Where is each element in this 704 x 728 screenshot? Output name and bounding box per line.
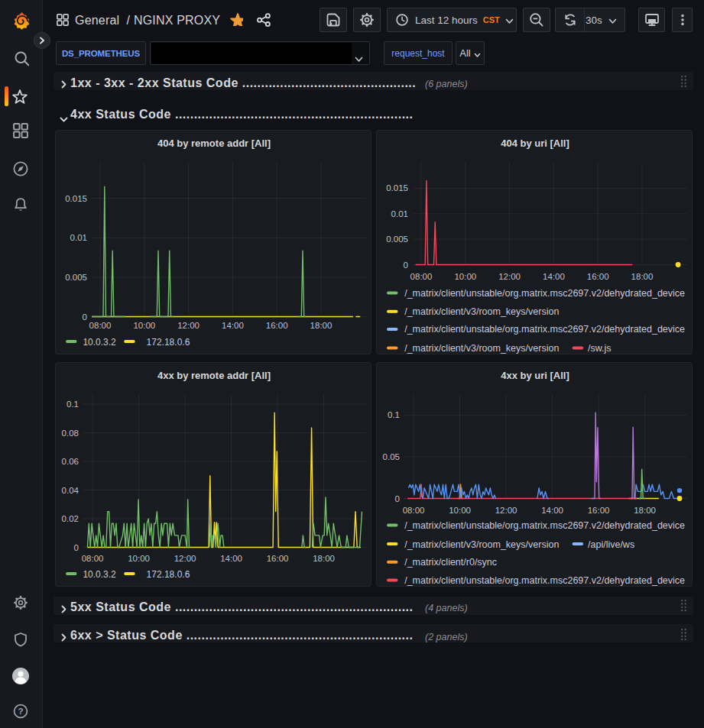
svg-text:14:00: 14:00 <box>541 506 563 515</box>
svg-text:12:00: 12:00 <box>177 321 200 330</box>
svg-text:12:00: 12:00 <box>495 506 517 515</box>
svg-text:16:00: 16:00 <box>588 506 610 515</box>
svg-text:0.01: 0.01 <box>70 233 87 242</box>
svg-text:0: 0 <box>74 543 79 552</box>
svg-text:0.015: 0.015 <box>386 183 408 193</box>
svg-text:/api/live/ws: /api/live/ws <box>588 539 634 550</box>
svg-text:0.005: 0.005 <box>65 273 87 282</box>
svg-text:/_matrix/client/unstable/org.m: /_matrix/client/unstable/org.matrix.msc2… <box>404 520 685 531</box>
svg-text:0.08: 0.08 <box>62 429 79 438</box>
svg-text:0.015: 0.015 <box>65 194 87 203</box>
svg-text:0.05: 0.05 <box>383 452 400 461</box>
svg-text:10.0.3.2: 10.0.3.2 <box>83 569 116 580</box>
svg-text:0: 0 <box>404 260 408 270</box>
svg-text:18:00: 18:00 <box>634 506 656 515</box>
svg-text:0.04: 0.04 <box>62 486 79 495</box>
svg-text:18:00: 18:00 <box>631 272 654 281</box>
svg-text:14:00: 14:00 <box>222 321 244 330</box>
svg-text:12:00: 12:00 <box>498 272 521 281</box>
svg-text:10:00: 10:00 <box>449 506 471 515</box>
svg-text:10:00: 10:00 <box>133 321 155 330</box>
svg-text:10.0.3.2: 10.0.3.2 <box>83 337 116 348</box>
svg-text:08:00: 08:00 <box>403 506 425 515</box>
svg-text:/_matrix/client/v3/room_keys/v: /_matrix/client/v3/room_keys/version <box>404 306 559 317</box>
svg-text:0.02: 0.02 <box>62 514 79 523</box>
svg-text:/_matrix/client/unstable/org.m: /_matrix/client/unstable/org.matrix.msc2… <box>404 324 685 335</box>
svg-text:0.005: 0.005 <box>386 235 408 244</box>
svg-text:/_matrix/client/r0/sync: /_matrix/client/r0/sync <box>404 557 497 568</box>
svg-text:0.06: 0.06 <box>62 457 79 466</box>
svg-text:172.18.0.6: 172.18.0.6 <box>147 337 190 348</box>
svg-text:08:00: 08:00 <box>82 554 104 563</box>
svg-text:14:00: 14:00 <box>220 554 242 563</box>
svg-text:10:00: 10:00 <box>454 272 476 281</box>
svg-text:10:00: 10:00 <box>128 554 150 563</box>
svg-text:08:00: 08:00 <box>89 321 112 330</box>
svg-text:4xx by remote addr [All]: 4xx by remote addr [All] <box>157 370 271 381</box>
svg-text:12:00: 12:00 <box>174 554 196 563</box>
svg-text:08:00: 08:00 <box>410 272 433 281</box>
svg-text:16:00: 16:00 <box>266 321 288 330</box>
svg-text:14:00: 14:00 <box>543 272 565 281</box>
svg-text:/_matrix/client/unstable/org.m: /_matrix/client/unstable/org.matrix.msc2… <box>404 575 685 586</box>
svg-text:0: 0 <box>83 312 87 322</box>
svg-text:0.1: 0.1 <box>388 410 400 419</box>
svg-text:/_matrix/client/v3/room_keys/v: /_matrix/client/v3/room_keys/version <box>404 539 559 550</box>
svg-text:0.01: 0.01 <box>391 209 408 218</box>
svg-text:18:00: 18:00 <box>310 321 333 330</box>
svg-text:16:00: 16:00 <box>587 272 609 281</box>
svg-text:0.1: 0.1 <box>67 400 79 409</box>
svg-text:172.18.0.6: 172.18.0.6 <box>147 569 190 580</box>
svg-text:404 by remote addr [All]: 404 by remote addr [All] <box>157 138 271 149</box>
svg-text:0: 0 <box>395 494 400 503</box>
svg-text:/sw.js: /sw.js <box>588 343 612 354</box>
svg-text:/_matrix/client/unstable/org.m: /_matrix/client/unstable/org.matrix.msc2… <box>404 288 685 299</box>
svg-text:16:00: 16:00 <box>267 554 289 563</box>
svg-text:18:00: 18:00 <box>313 554 335 563</box>
svg-text:4xx by uri [All]: 4xx by uri [All] <box>501 370 569 381</box>
svg-text:/_matrix/client/v3/room_keys/v: /_matrix/client/v3/room_keys/version <box>404 343 559 354</box>
svg-text:?: ? <box>18 707 23 716</box>
svg-text:404 by uri [All]: 404 by uri [All] <box>501 138 569 149</box>
